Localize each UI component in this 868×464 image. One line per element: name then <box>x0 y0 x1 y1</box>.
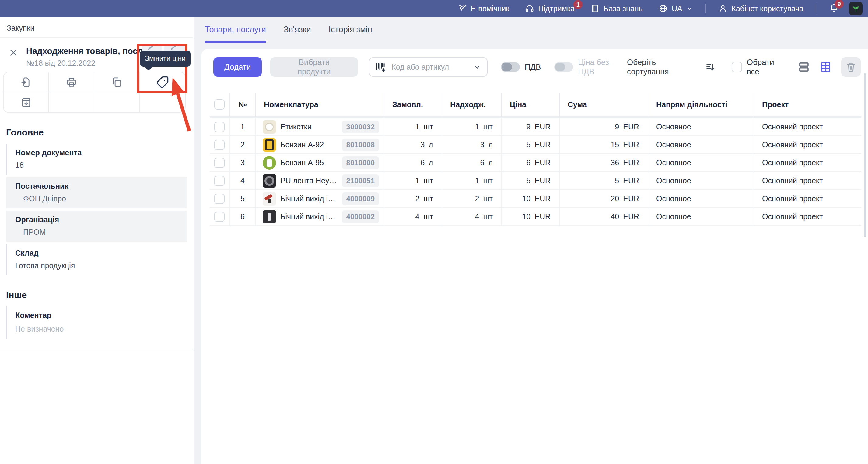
header-checkbox[interactable] <box>214 99 225 110</box>
received-qty-cell: 1шт <box>442 118 501 135</box>
product-code-badge: 8010000 <box>342 156 379 169</box>
product-code-badge: 4000009 <box>342 192 379 205</box>
field-label: Склад <box>15 249 182 257</box>
row-number: 1 <box>229 118 255 135</box>
table-body: 1 Етикетки 3000032 1шт 1шт 9EUR 9EUR Осн… <box>210 118 861 226</box>
sort-selector[interactable]: Оберіть сортування <box>627 58 716 76</box>
sort-label: Оберіть сортування <box>627 58 700 76</box>
sidebar-field[interactable]: Організація ПРОМ <box>6 211 187 242</box>
vat-toggle[interactable]: ПДВ <box>501 62 541 72</box>
row-number: 6 <box>229 208 255 225</box>
grid-view-button[interactable] <box>819 61 832 73</box>
select-all-control[interactable]: Обрати все <box>732 58 788 76</box>
support-button[interactable]: Підтримка 1 <box>525 4 575 13</box>
trash-icon <box>845 61 857 73</box>
post-document-button[interactable] <box>4 72 49 92</box>
sidebar-field[interactable]: Склад Готова продукція <box>6 244 187 275</box>
table-row[interactable]: 4 PU лента Heytex 300мк, … 2100051 1шт 1… <box>210 172 861 190</box>
table-row[interactable]: 5 Бічний вихід із краном 3" 4000009 2шт … <box>210 190 861 208</box>
account-button[interactable]: Кабінет користувача <box>718 4 804 13</box>
notifications-button[interactable]: 9 <box>829 3 839 14</box>
barcode-placeholder: Код або артикул <box>392 63 468 71</box>
nomenclature-cell: Бічний вихід із краном 3" 4000009 <box>255 190 384 207</box>
field-value: 18 <box>15 161 182 169</box>
document-subtitle: №18 від 20.12.2022 <box>26 59 151 68</box>
scrollbar[interactable] <box>864 73 866 238</box>
received-qty-cell: 1шт <box>442 172 501 189</box>
price-cell: 10EUR <box>501 190 559 207</box>
sidebar-field[interactable]: Номер документа 18 <box>6 144 187 175</box>
e-assistant-button[interactable]: Е-помічник <box>458 4 509 13</box>
direction-cell: Основное <box>648 118 753 135</box>
chevron-down-icon <box>686 5 693 12</box>
row-checkbox[interactable] <box>214 194 225 204</box>
row-checkbox[interactable] <box>214 158 225 168</box>
product-image <box>262 120 276 134</box>
main-area: Товари, послуги Зв'язки Історія змін Дод… <box>194 17 868 464</box>
vat-label: ПДВ <box>525 62 541 72</box>
product-image <box>262 174 276 188</box>
product-code-badge: 2100051 <box>342 175 379 187</box>
ordered-qty-cell: 3л <box>384 136 442 153</box>
close-button[interactable] <box>8 48 18 59</box>
support-badge: 1 <box>574 0 583 9</box>
row-checkbox[interactable] <box>214 140 225 150</box>
globe-icon <box>659 4 668 13</box>
table-row[interactable]: 6 Бічний вихід із краном 2" 4000002 4шт … <box>210 208 861 226</box>
list-view-button[interactable] <box>797 61 810 73</box>
e-assistant-label: Е-помічник <box>470 4 509 13</box>
nomenclature-cell: Бензин А-95 8010000 <box>255 154 384 172</box>
sum-cell: 15EUR <box>559 136 648 153</box>
tab-change-history[interactable]: Історія змін <box>329 25 372 42</box>
project-cell: Основний проект <box>753 208 861 225</box>
knowledge-base-label: База знань <box>603 4 643 13</box>
field-label: Організація <box>15 215 182 224</box>
topbar-separator <box>816 4 816 13</box>
nomenclature-cell: Етикетки 3000032 <box>255 118 384 135</box>
copy-button[interactable] <box>94 72 140 92</box>
tab-relations[interactable]: Зв'язки <box>284 25 311 42</box>
sum-cell: 9EUR <box>559 118 648 135</box>
project-cell: Основний проект <box>753 154 861 172</box>
section-title: Інше <box>6 290 193 300</box>
sidebar-field[interactable]: Коментар Не визначено <box>6 306 187 339</box>
row-checkbox[interactable] <box>214 212 225 222</box>
knowledge-base-button[interactable]: База знань <box>590 4 643 13</box>
chevron-down-icon[interactable] <box>473 63 482 71</box>
table-row[interactable]: 3 Бензин А-95 8010000 6л 6л 6EUR 36EUR О… <box>210 154 861 172</box>
price-cell: 5EUR <box>501 136 559 153</box>
user-icon <box>718 4 727 13</box>
avatar[interactable] <box>849 2 863 15</box>
received-qty-cell: 2шт <box>442 190 501 207</box>
barcode-input[interactable]: Код або артикул <box>369 57 488 77</box>
row-checkbox[interactable] <box>214 176 225 186</box>
row-checkbox[interactable] <box>214 122 225 132</box>
table-row[interactable]: 2 Бензин А-92 8010008 3л 3л 5EUR 15EUR О… <box>210 136 861 154</box>
book-icon <box>590 4 599 13</box>
tab-goods-services[interactable]: Товари, послуги <box>205 25 266 42</box>
empty-action-cell <box>94 92 140 112</box>
nomenclature-cell: Бензин А-92 8010008 <box>255 136 384 153</box>
table-row[interactable]: 1 Етикетки 3000032 1шт 1шт 9EUR 9EUR Осн… <box>210 118 861 136</box>
delete-button[interactable] <box>841 57 861 77</box>
nomenclature-cell: Бічний вихід із краном 2" 4000002 <box>255 208 384 225</box>
print-button[interactable] <box>49 72 94 92</box>
direction-cell: Основное <box>648 190 753 207</box>
ordered-qty-cell: 2шт <box>384 190 442 207</box>
project-cell: Основний проект <box>753 136 861 153</box>
row-number: 5 <box>229 190 255 207</box>
add-button[interactable]: Додати <box>213 57 262 77</box>
select-all-checkbox[interactable] <box>732 62 742 72</box>
topbar: Е-помічник Підтримка 1 База знань UA Каб… <box>0 0 868 17</box>
headset-icon <box>525 4 534 13</box>
sidebar-field[interactable]: Постачальник ФОП Дніпро <box>6 177 187 208</box>
price-without-vat-label: Ціна без ПДВ <box>578 58 627 76</box>
archive-button[interactable] <box>4 92 49 112</box>
price-without-vat-toggle[interactable]: Ціна без ПДВ <box>554 58 627 76</box>
field-value: ФОП Дніпро <box>15 194 182 203</box>
language-selector[interactable]: UA <box>659 4 693 13</box>
language-label: UA <box>672 4 682 13</box>
ordered-qty-cell: 6л <box>384 154 442 172</box>
select-products-button[interactable]: Вибрати продукти <box>270 57 358 77</box>
field-value: ПРОМ <box>15 228 182 237</box>
